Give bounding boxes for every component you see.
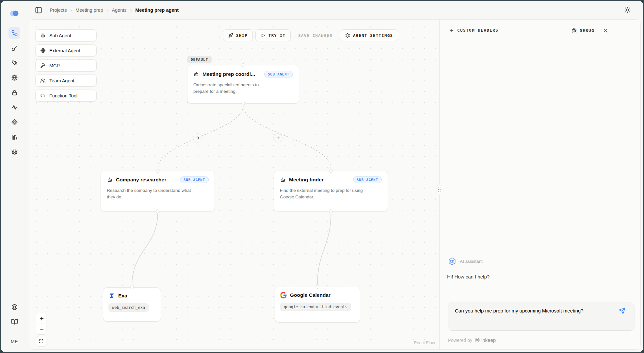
- breadcrumb-separator: ›: [107, 8, 108, 13]
- bot-icon: [193, 71, 199, 77]
- bot-icon: [40, 33, 46, 38]
- library-icon: [11, 134, 18, 141]
- palette-item-mcp[interactable]: MCP: [35, 59, 97, 72]
- node-handle-top[interactable]: [130, 286, 134, 289]
- palette-item-function-tool[interactable]: Function Tool: [35, 90, 97, 102]
- sidebar-item-external[interactable]: [8, 72, 20, 83]
- exa-logo-icon: [108, 293, 115, 299]
- node-description: Research the company to understand what …: [107, 187, 196, 200]
- sidebar-item-components[interactable]: [8, 116, 20, 128]
- life-buoy-icon: [11, 304, 18, 311]
- edge-arrow-right: [273, 133, 282, 143]
- palette-item-label: External Agent: [49, 48, 80, 53]
- node-handle-top[interactable]: [156, 169, 160, 173]
- sidebar-item-agents[interactable]: [8, 27, 20, 39]
- assistant-label: AI assistant: [460, 259, 483, 264]
- node-company-researcher[interactable]: Company researcher SUB AGENT Research th…: [101, 171, 215, 211]
- maximize-icon: [39, 339, 43, 344]
- chat-input[interactable]: Can you help me prep for my upcoming Mic…: [455, 307, 613, 327]
- default-agent-tag: DEFAULT: [187, 56, 212, 63]
- sidebar-item-help[interactable]: [8, 301, 20, 313]
- breadcrumb-projects[interactable]: Projects: [50, 8, 67, 13]
- breadcrumb-current-agent: Meeting prep agent: [135, 8, 179, 13]
- sidebar-item-library[interactable]: [8, 131, 20, 143]
- sub-agent-badge: SUB AGENT: [180, 176, 209, 183]
- node-meeting-finder[interactable]: Meeting finder SUB AGENT Find the extern…: [274, 171, 388, 211]
- palette-item-external-agent[interactable]: External Agent: [35, 44, 97, 57]
- send-icon: [619, 307, 626, 314]
- node-handle-bottom[interactable]: [156, 210, 160, 213]
- user-avatar[interactable]: ME: [1, 339, 28, 344]
- palette-item-team-agent[interactable]: Team Agent: [35, 75, 97, 87]
- globe-icon: [40, 48, 46, 53]
- node-description: Orchestrate specialized agents to prepar…: [193, 82, 274, 95]
- node-handle-top[interactable]: [316, 285, 319, 289]
- close-icon[interactable]: [603, 28, 608, 33]
- sidebar-item-docs[interactable]: [8, 316, 20, 328]
- palette-item-sub-agent[interactable]: Sub Agent: [35, 29, 97, 42]
- custom-headers-button[interactable]: CUSTOM HEADERS: [449, 28, 498, 33]
- key-icon: [11, 45, 18, 52]
- sidebar-item-security[interactable]: [8, 87, 20, 98]
- arrow-right-icon: [276, 136, 280, 140]
- tool-id-pill: google_calendar_find_events: [280, 303, 351, 311]
- canvas-toolbar: SHIP TRY IT SAVE CHANGES AGENT SETTINGS: [223, 29, 398, 41]
- arrow-right-icon: [195, 136, 200, 140]
- breadcrumb-project-name[interactable]: Meeting prep: [75, 8, 103, 13]
- hammer-icon: [40, 63, 46, 68]
- inkeep-logo-icon: [9, 9, 19, 18]
- breadcrumb: Projects › Meeting prep › Agents › Meeti…: [50, 1, 179, 19]
- send-button[interactable]: [619, 307, 626, 314]
- node-description: Find the external meeting to prep for us…: [280, 187, 369, 200]
- bug-icon: [572, 28, 577, 33]
- node-handle-bottom[interactable]: [241, 102, 245, 105]
- rocket-icon: [228, 33, 233, 38]
- save-changes-label: SAVE CHANGES: [298, 33, 332, 38]
- node-handle-top[interactable]: [241, 63, 245, 67]
- palette-item-label: Function Tool: [49, 93, 77, 98]
- edge-finder-gcal: [317, 213, 331, 285]
- sidebar-item-activity[interactable]: [8, 101, 20, 113]
- node-title: Exa: [118, 293, 127, 299]
- debug-button[interactable]: DEBUG: [572, 28, 594, 33]
- sidebar-item-settings[interactable]: [8, 146, 20, 158]
- assistant-greeting: Hi! How can I help?: [447, 274, 490, 279]
- node-handle-top[interactable]: [329, 169, 333, 173]
- try-it-button-label: TRY IT: [268, 33, 285, 38]
- graph-canvas[interactable]: Sub Agent External Agent MCP Team Agent …: [28, 20, 439, 349]
- ship-button[interactable]: SHIP: [223, 29, 253, 41]
- google-logo-icon: [280, 292, 287, 298]
- plus-icon: [449, 28, 454, 33]
- palette-item-label: Team Agent: [49, 78, 74, 83]
- grip-dots-icon: [438, 187, 441, 192]
- save-changes-button[interactable]: SAVE CHANGES: [293, 29, 337, 41]
- panel-resize-handle[interactable]: [437, 185, 442, 194]
- node-title: Meeting finder: [289, 177, 324, 183]
- panel-left-icon[interactable]: [35, 6, 42, 14]
- activity-icon: [11, 104, 18, 111]
- node-meeting-prep-coordinator[interactable]: Meeting prep coordi... SUB AGENT Orchest…: [187, 65, 299, 104]
- gear-icon: [345, 33, 350, 38]
- powered-by[interactable]: Powered by inkeep: [448, 337, 496, 343]
- node-google-calendar-tool[interactable]: Google Calendar google_calendar_find_eve…: [275, 287, 360, 323]
- sidebar: ME: [1, 1, 28, 352]
- node-handle-bottom[interactable]: [329, 210, 333, 213]
- sidebar-item-api-keys[interactable]: [8, 42, 20, 54]
- breadcrumb-separator: ›: [70, 8, 72, 13]
- sidebar-item-credentials[interactable]: [8, 57, 20, 69]
- node-exa-tool[interactable]: Exa web_search_exa: [103, 287, 161, 322]
- zoom-out-button[interactable]: [36, 324, 46, 334]
- ship-button-label: SHIP: [236, 33, 248, 38]
- sun-icon[interactable]: [624, 7, 631, 13]
- edge-coordinator-finder: [243, 106, 331, 169]
- workflow-icon: [11, 30, 18, 37]
- agent-settings-button[interactable]: AGENT SETTINGS: [340, 29, 398, 41]
- zoom-in-button[interactable]: [36, 313, 46, 324]
- breadcrumb-agents[interactable]: Agents: [112, 8, 126, 13]
- fit-view-button[interactable]: [36, 336, 46, 346]
- try-it-button[interactable]: TRY IT: [255, 29, 291, 41]
- chat-input-container: Can you help me prep for my upcoming Mic…: [448, 302, 635, 331]
- edge-arrow-left: [193, 133, 202, 143]
- topbar: Projects › Meeting prep › Agents › Meeti…: [28, 1, 643, 19]
- play-icon: [261, 33, 266, 38]
